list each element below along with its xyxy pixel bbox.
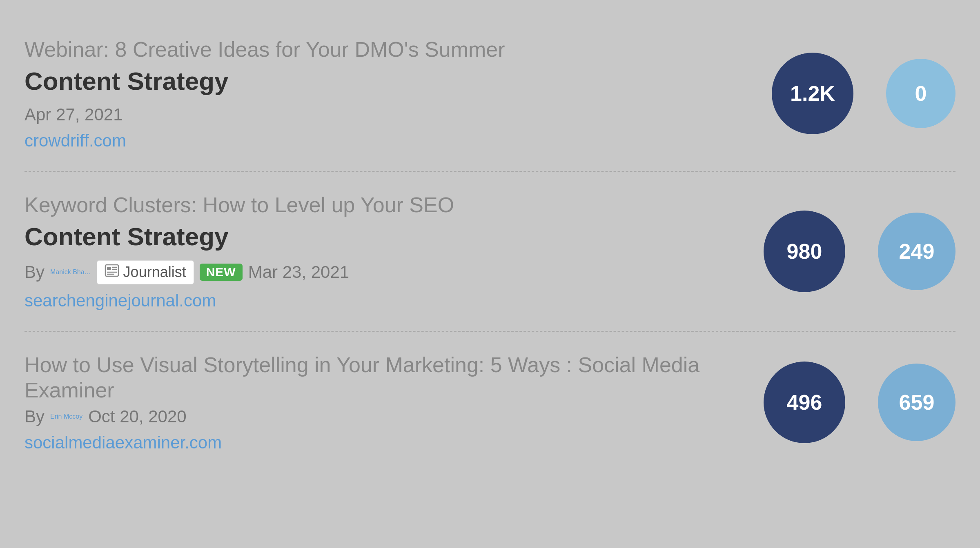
metrics-group: 980 249 bbox=[764, 211, 956, 292]
metric-light-circle: 249 bbox=[878, 213, 956, 290]
article-date: Mar 23, 2021 bbox=[248, 262, 350, 282]
article-content: Webinar: 8 Creative Ideas for Your DMO's… bbox=[24, 37, 772, 151]
article-date: Apr 27, 2021 bbox=[24, 105, 123, 124]
article-domain-link[interactable]: searchenginejournal.com bbox=[24, 291, 216, 310]
article-subtitle: How to Use Visual Storytelling in Your M… bbox=[24, 352, 731, 403]
author-link[interactable]: Erin Mccoy bbox=[50, 413, 82, 420]
article-row: Webinar: 8 Creative Ideas for Your DMO's… bbox=[24, 16, 956, 172]
article-row: Keyword Clusters: How to Level up Your S… bbox=[24, 172, 956, 332]
article-content: Keyword Clusters: How to Level up Your S… bbox=[24, 192, 764, 311]
article-title: Content Strategy bbox=[24, 222, 731, 252]
article-date: Oct 20, 2020 bbox=[88, 407, 187, 426]
journalist-label: Journalist bbox=[123, 264, 186, 281]
article-subtitle: Keyword Clusters: How to Level up Your S… bbox=[24, 192, 731, 217]
metrics-group: 1.2K 0 bbox=[772, 53, 956, 134]
article-meta: Apr 27, 2021 bbox=[24, 105, 739, 124]
article-title: Content Strategy bbox=[24, 66, 739, 96]
metric-dark-circle: 1.2K bbox=[772, 53, 853, 134]
article-author-label: By bbox=[24, 407, 45, 426]
new-badge: NEW bbox=[200, 264, 243, 281]
article-domain-link[interactable]: socialmediaexaminer.com bbox=[24, 433, 222, 452]
svg-rect-1 bbox=[107, 267, 111, 270]
journalist-icon bbox=[105, 263, 119, 282]
article-row: How to Use Visual Storytelling in Your M… bbox=[24, 332, 956, 473]
article-author-label: By bbox=[24, 262, 45, 282]
article-meta: By Erin Mccoy Oct 20, 2020 bbox=[24, 407, 731, 426]
author-link[interactable]: Manick Bha… bbox=[50, 268, 91, 276]
metric-dark-circle: 980 bbox=[764, 211, 845, 292]
article-meta: By Manick Bha… Journalist bbox=[24, 260, 731, 284]
metrics-group: 496 659 bbox=[764, 362, 956, 443]
metric-light-circle: 0 bbox=[886, 59, 956, 128]
metric-light-circle: 659 bbox=[878, 364, 956, 441]
article-subtitle: Webinar: 8 Creative Ideas for Your DMO's… bbox=[24, 37, 739, 62]
main-container: Webinar: 8 Creative Ideas for Your DMO's… bbox=[0, 0, 980, 548]
article-domain-link[interactable]: crowdriff.com bbox=[24, 131, 126, 150]
metric-dark-circle: 496 bbox=[764, 362, 845, 443]
article-content: How to Use Visual Storytelling in Your M… bbox=[24, 352, 764, 453]
journalist-badge: Journalist bbox=[97, 260, 194, 284]
